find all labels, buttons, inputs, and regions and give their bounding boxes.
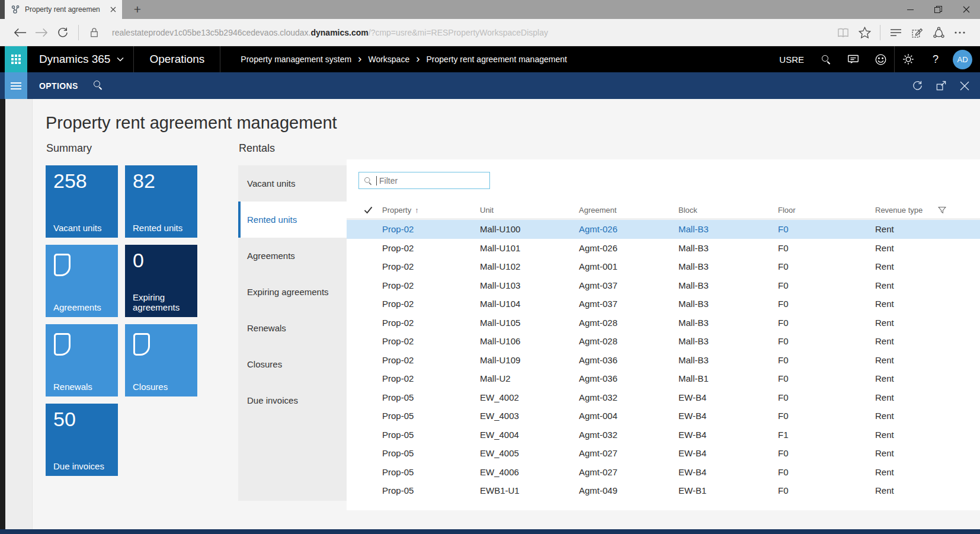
collapsed-nav-pane[interactable]	[5, 99, 33, 529]
tile-label: Rented units	[133, 223, 194, 233]
action-pane: OPTIONS	[0, 72, 980, 99]
rentals-tab[interactable]: Rented units	[238, 202, 347, 238]
table-cell: Agmt-001	[579, 261, 678, 271]
rentals-tab[interactable]: Due invoices	[238, 382, 347, 418]
window-close-button[interactable]	[952, 0, 980, 19]
favorites-star-icon[interactable]	[854, 22, 875, 43]
desktop-edge-left	[0, 99, 5, 534]
hub-icon[interactable]	[885, 22, 907, 43]
table-cell: Rent	[875, 411, 980, 421]
table-cell: EW-B4	[678, 430, 778, 440]
hamburger-icon	[11, 81, 21, 91]
table-cell: EW_4002	[480, 392, 579, 402]
tile-value: 0	[125, 245, 197, 272]
action-pane-right	[905, 72, 976, 99]
address-url[interactable]: realestateprodev1c05be13c5b2946cedevaos.…	[112, 28, 832, 37]
feedback-button[interactable]	[867, 46, 894, 72]
table-row[interactable]: Prop-02Mall-U104Agmt-037Mall-B3F0Rent	[347, 295, 980, 314]
nav-menu-button[interactable]	[5, 72, 27, 99]
table-cell: Mall-B3	[678, 355, 778, 365]
settings-button[interactable]	[895, 46, 922, 72]
breadcrumb-item[interactable]: Workspace	[368, 55, 409, 64]
table-cell: EW-B1	[678, 485, 778, 495]
table-cell: Mall-U106	[480, 336, 579, 346]
table-cell: F0	[778, 224, 875, 234]
options-tab[interactable]: OPTIONS	[39, 81, 78, 91]
summary-tile[interactable]: 258 Vacant units	[46, 165, 118, 238]
breadcrumb-item[interactable]: Property rent agreement management	[427, 55, 567, 64]
table-cell: Mall-U109	[480, 355, 579, 365]
column-header[interactable]: Agreement	[579, 206, 678, 215]
table-row[interactable]: Prop-05EW_4004Agmt-032EW-B4F1Rent	[347, 426, 980, 445]
filter-funnel-icon[interactable]	[938, 206, 946, 215]
table-row[interactable]: Prop-05EW_4005Agmt-027EW-B4F0Rent	[347, 444, 980, 463]
rentals-tab[interactable]: Agreements	[238, 238, 347, 274]
table-cell: EW-B4	[678, 448, 778, 458]
window-restore-button[interactable]	[924, 0, 952, 19]
column-header[interactable]: Block	[678, 206, 778, 215]
action-search-button[interactable]	[94, 81, 102, 91]
sort-ascending-icon: ↑	[415, 206, 419, 215]
search-button[interactable]	[812, 46, 840, 72]
table-row[interactable]: Prop-05EW_4003Agmt-004EW-B4F0Rent	[347, 407, 980, 426]
table-row[interactable]: Prop-02Mall-U100Agmt-026Mall-B3F0Rent	[347, 220, 980, 239]
table-row[interactable]: Prop-02Mall-U109Agmt-036Mall-B3F0Rent	[347, 351, 980, 370]
more-actions-icon[interactable]	[949, 22, 971, 43]
summary-tile[interactable]: 0 Expiring agreements	[125, 245, 197, 317]
rentals-tab[interactable]: Renewals	[238, 310, 347, 346]
grid-body: Prop-02Mall-U100Agmt-026Mall-B3F0Rent Pr…	[347, 220, 980, 500]
column-header-label: Revenue type	[875, 206, 923, 215]
table-row[interactable]: Prop-05EW_4002Agmt-032EW-B4F0Rent	[347, 388, 980, 407]
filter-input[interactable]	[379, 176, 485, 186]
chevron-right-icon: ›	[358, 53, 361, 64]
close-page-button[interactable]	[953, 72, 976, 99]
rentals-tab[interactable]: Expiring agreements	[238, 274, 347, 310]
help-button[interactable]: ?	[922, 46, 949, 72]
back-button[interactable]	[9, 22, 31, 43]
dynamics-favicon-icon	[11, 5, 20, 14]
rentals-tab[interactable]: Closures	[238, 346, 347, 382]
summary-tile[interactable]: 82 Rented units	[125, 165, 197, 238]
select-all-check-icon[interactable]	[347, 206, 382, 214]
reading-view-icon[interactable]	[832, 22, 854, 43]
table-row[interactable]: Prop-02Mall-U101Agmt-026Mall-B3F0Rent	[347, 239, 980, 258]
window-minimize-button[interactable]	[896, 0, 924, 19]
product-menu[interactable]: Dynamics 365	[39, 53, 124, 66]
web-note-icon[interactable]	[907, 22, 928, 43]
summary-tile[interactable]: Closures	[125, 324, 197, 396]
table-cell: F1	[778, 430, 875, 440]
column-header[interactable]: Revenue type	[875, 206, 980, 215]
table-row[interactable]: Prop-02Mall-U103Agmt-037Mall-B3F0Rent	[347, 276, 980, 295]
column-header[interactable]: Property ↑	[382, 206, 480, 215]
app-launcher-button[interactable]	[5, 46, 27, 72]
summary-tile[interactable]: 50 Due invoices	[46, 404, 118, 476]
tab-close-icon[interactable]	[110, 7, 116, 12]
messages-button[interactable]	[840, 46, 867, 72]
forward-button[interactable]	[31, 22, 52, 43]
refresh-button[interactable]	[52, 22, 73, 43]
browser-tab[interactable]: Property rent agreemen	[5, 0, 122, 19]
table-row[interactable]: Prop-02Mall-U106Agmt-028Mall-B3F0Rent	[347, 332, 980, 351]
company-selector[interactable]: USRE	[779, 55, 804, 65]
user-avatar[interactable]: AD	[953, 50, 972, 69]
table-row[interactable]: Prop-02Mall-U102Agmt-001Mall-B3F0Rent	[347, 257, 980, 276]
table-row[interactable]: Prop-02Mall-U2Agmt-036Mall-B1F0Rent	[347, 369, 980, 388]
new-tab-button[interactable]: +	[122, 0, 153, 19]
summary-tile[interactable]: Agreements	[46, 245, 118, 317]
minimize-icon	[907, 9, 914, 10]
tile-label: Renewals	[53, 382, 115, 392]
table-row[interactable]: Prop-05EW_4006Agmt-027EW-B4F0Rent	[347, 463, 980, 482]
table-row[interactable]: Prop-02Mall-U105Agmt-028Mall-B3F0Rent	[347, 314, 980, 332]
share-icon[interactable]	[928, 22, 949, 43]
open-new-window-button[interactable]	[929, 72, 953, 99]
module-name[interactable]: Operations	[134, 53, 220, 66]
rentals-tab[interactable]: Vacant units	[238, 165, 347, 202]
breadcrumb-item[interactable]: Property management system	[241, 55, 351, 64]
search-icon	[94, 81, 102, 89]
column-header[interactable]: Unit	[480, 206, 579, 215]
close-icon	[960, 81, 969, 91]
summary-tile[interactable]: Renewals	[46, 324, 118, 396]
column-header[interactable]: Floor	[778, 206, 875, 215]
table-row[interactable]: Prop-05EWB1-U1Agmt-049EW-B1F0Rent	[347, 481, 980, 500]
refresh-page-button[interactable]	[905, 72, 929, 99]
